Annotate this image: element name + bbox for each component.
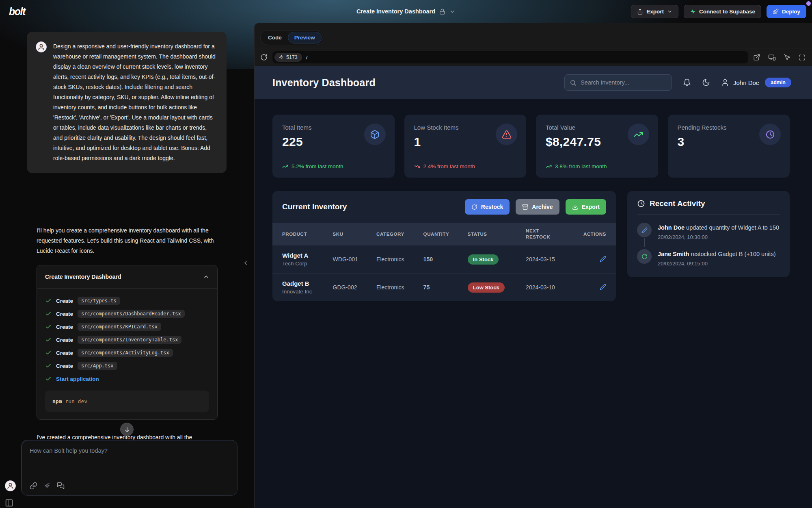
file-chip[interactable]: src/components/DashboardHeader.tsx	[78, 310, 185, 318]
collapse-button[interactable]	[195, 265, 217, 288]
chat-input-box[interactable]	[21, 440, 238, 496]
trending-down-icon	[414, 163, 420, 169]
plug-icon	[279, 55, 284, 60]
check-icon	[45, 363, 52, 369]
tab-code[interactable]: Code	[262, 32, 288, 43]
edit-pencil-icon[interactable]	[600, 256, 606, 262]
activity-timestamp: 20/02/2024, 09:15:00	[658, 261, 776, 267]
step-action: Create	[56, 311, 73, 317]
port-number: 5173	[286, 54, 298, 60]
inventory-search[interactable]	[564, 74, 672, 91]
quantity-cell[interactable]: 150	[419, 245, 463, 274]
fullscreen-icon[interactable]	[799, 54, 806, 61]
collapse-chat-chevron[interactable]	[242, 259, 249, 267]
command-args: run dev	[65, 398, 87, 404]
artifact-card: Create Inventory Dashboard Create src/ty…	[37, 265, 218, 420]
command-name: npm	[52, 398, 62, 404]
project-menu[interactable]: Create Inventory Dashboard	[356, 8, 456, 15]
chat-input[interactable]	[30, 447, 229, 482]
col-product: Product	[272, 223, 328, 245]
download-icon	[572, 204, 578, 210]
activity-item: Jane Smith restocked Gadget B (+100 unit…	[637, 249, 780, 267]
reload-icon[interactable]	[260, 54, 268, 61]
refresh-icon	[471, 204, 477, 210]
recent-activity-card: Recent Activity John Doe updated quantit…	[627, 191, 790, 277]
kpi-card-total-value: Total Value $8,247.75 3.8% from last mon…	[536, 115, 658, 178]
bell-icon[interactable]	[683, 78, 691, 87]
export-csv-button[interactable]: Export	[566, 199, 606, 215]
dark-mode-toggle-icon[interactable]	[702, 78, 710, 87]
file-chip[interactable]: src/types.ts	[78, 297, 120, 305]
artifact-step[interactable]: Create src/App.tsx	[45, 359, 209, 372]
file-chip[interactable]: src/components/KPICard.tsx	[78, 323, 161, 331]
trending-up-icon	[546, 163, 552, 169]
artifact-step[interactable]: Create src/components/ActivityLog.tsx	[45, 346, 209, 359]
clock-icon	[637, 200, 645, 208]
connect-supabase-button[interactable]: Connect to Supabase	[684, 5, 761, 18]
col-next-restock: Next Restock	[521, 223, 569, 245]
inspector-toggle-icon[interactable]	[784, 54, 791, 61]
kpi-card-pending-restocks: Pending Restocks 3	[668, 115, 790, 178]
artifact-step[interactable]: Create src/components/InventoryTable.tsx	[45, 333, 209, 346]
export-button[interactable]: Export	[631, 5, 678, 18]
file-chip[interactable]: src/App.tsx	[78, 362, 117, 370]
tab-preview[interactable]: Preview	[288, 32, 322, 43]
kpi-row: Total Items 225 5.2% from last month Low…	[272, 115, 790, 178]
table-row: Gadget B Innovate Inc GDG-002 Electronic…	[272, 274, 616, 302]
sparkles-icon[interactable]	[43, 482, 51, 490]
col-status: Status	[463, 223, 521, 245]
export-label: Export	[646, 9, 664, 15]
chat-panel: Design a responsive and user-friendly in…	[0, 23, 254, 508]
url-field[interactable]: 5173 /	[272, 51, 748, 63]
file-chip[interactable]: src/components/InventoryTable.tsx	[78, 336, 181, 344]
file-chip[interactable]: src/components/ActivityLog.tsx	[78, 349, 173, 357]
col-category: Category	[371, 223, 419, 245]
port-pill[interactable]: 5173	[274, 53, 302, 62]
artifact-step[interactable]: Create src/components/DashboardHeader.ts…	[45, 307, 209, 320]
sidebar-toggle-icon[interactable]	[5, 499, 13, 507]
start-application-label: Start application	[56, 376, 99, 382]
activity-timestamp: 20/02/2024, 10:30:00	[658, 234, 779, 240]
artifact-title: Create Inventory Dashboard	[37, 265, 195, 288]
user-avatar-small[interactable]	[5, 480, 16, 491]
archive-button[interactable]: Archive	[516, 199, 559, 215]
quantity-cell[interactable]: 75	[419, 274, 463, 302]
open-external-icon[interactable]	[753, 54, 760, 61]
sku-cell: GDG-002	[328, 274, 371, 302]
kpi-change: 5.2% from last month	[282, 163, 343, 169]
edit-pencil-icon[interactable]	[600, 284, 606, 290]
kpi-change: 3.8% from last month	[546, 163, 607, 169]
table-header-row: Product SKU Category Quantity Status Nex…	[272, 223, 616, 245]
deploy-button[interactable]: Deploy	[767, 5, 806, 18]
status-badge: In Stock	[468, 254, 499, 265]
responsive-devices-icon[interactable]	[768, 54, 776, 61]
package-icon	[364, 124, 386, 145]
artifact-step[interactable]: Create src/components/KPICard.tsx	[45, 320, 209, 333]
alert-triangle-icon	[496, 124, 517, 145]
scroll-down-button[interactable]	[120, 423, 134, 436]
user-menu[interactable]: John Doe admin	[721, 78, 791, 87]
user-icon	[721, 78, 729, 87]
product-supplier: Innovate Inc	[282, 289, 323, 295]
artifact-step[interactable]: Create src/types.ts	[45, 294, 209, 307]
user-avatar	[36, 41, 47, 52]
step-action: Create	[56, 324, 73, 330]
app-header: Inventory Dashboard John Doe admin	[255, 66, 812, 99]
next-restock-cell: 2024-03-10	[521, 274, 569, 302]
preview-url-bar: 5173 /	[255, 48, 812, 66]
supabase-label: Connect to Supabase	[699, 9, 755, 15]
restock-button[interactable]: Restock	[465, 199, 510, 215]
product-supplier: Tech Corp	[282, 261, 323, 267]
chevron-down-icon[interactable]	[449, 9, 456, 15]
activity-text: John Doe updated quantity of Widget A to…	[658, 223, 779, 232]
search-input[interactable]	[581, 79, 667, 86]
attach-link-icon[interactable]	[30, 482, 37, 490]
arrow-down-icon	[124, 426, 130, 433]
inventory-table: Product SKU Category Quantity Status Nex…	[272, 223, 616, 301]
kpi-change: 2.4% from last month	[414, 163, 475, 169]
refresh-icon	[637, 249, 652, 264]
bolt-logo[interactable]: bolt	[9, 6, 25, 17]
discuss-mode-icon[interactable]	[57, 482, 65, 490]
workbench-panel: Code Preview 5173 / Inventory Dashboard	[254, 23, 812, 508]
start-application-step[interactable]: Start application	[45, 372, 209, 385]
